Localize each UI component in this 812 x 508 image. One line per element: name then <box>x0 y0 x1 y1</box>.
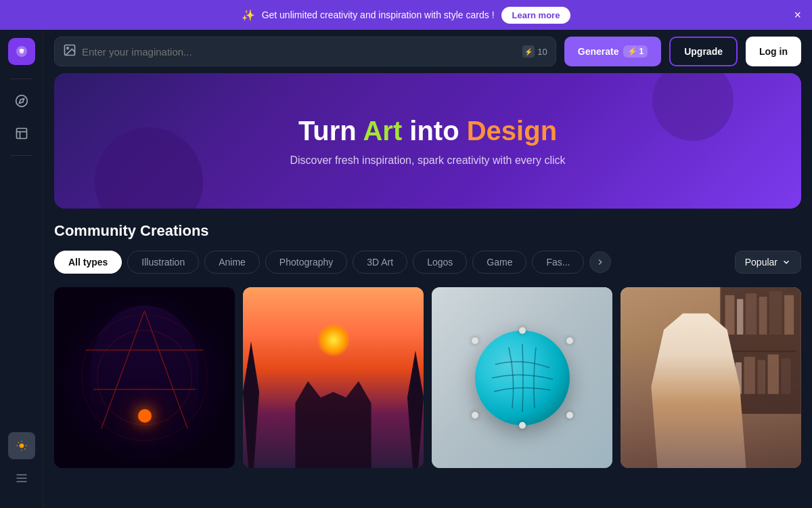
learn-more-button[interactable]: Learn more <box>501 7 571 24</box>
chevron-down-icon <box>782 257 791 267</box>
chevron-right-icon <box>595 257 605 267</box>
credits-lightning: ⚡ <box>627 47 637 56</box>
brain-sphere <box>475 331 570 425</box>
filter-tab-anime[interactable]: Anime <box>204 251 260 274</box>
image-upload-icon[interactable] <box>63 43 76 60</box>
hero-banner: Turn Art into Design Discover fresh insp… <box>54 73 801 209</box>
search-input[interactable] <box>82 46 517 58</box>
credits-icon: ⚡ <box>522 45 535 58</box>
sparkle-icon: ✨ <box>242 9 255 22</box>
sunset-sun <box>317 323 351 357</box>
filter-tab-photography[interactable]: Photography <box>265 251 347 274</box>
filter-tab-3d-art[interactable]: 3D Art <box>353 251 407 274</box>
image-card-2[interactable] <box>243 287 424 468</box>
sort-dropdown[interactable]: Popular <box>735 251 801 274</box>
orange-orb <box>138 409 152 423</box>
svg-rect-26 <box>725 295 734 335</box>
credits-badge: ⚡ 10 <box>522 45 547 58</box>
hero-subtitle: Discover fresh inspiration, spark creati… <box>290 154 565 167</box>
svg-rect-27 <box>737 299 743 335</box>
sidebar-item-library[interactable] <box>8 120 35 147</box>
sidebar-divider-1 <box>11 79 32 79</box>
image-card-4[interactable] <box>621 287 801 468</box>
pin-right-bottom <box>566 412 573 419</box>
hero-title-middle: into <box>402 116 467 146</box>
lines-svg <box>54 287 235 468</box>
svg-rect-35 <box>744 357 754 394</box>
logo-icon <box>14 43 30 60</box>
upgrade-button[interactable]: Upgrade <box>669 37 738 66</box>
pin-bottom <box>519 422 526 429</box>
svg-rect-30 <box>769 291 782 335</box>
svg-rect-36 <box>757 360 765 394</box>
glow-lines <box>54 287 235 468</box>
filter-chevron-button[interactable] <box>589 251 611 273</box>
svg-point-1 <box>20 49 24 54</box>
brain-lines-svg <box>475 331 570 425</box>
filter-row: All types Illustration Anime Photography… <box>54 251 801 274</box>
gen-credits-count: 1 <box>639 47 644 56</box>
svg-point-7 <box>19 444 24 448</box>
pin-left-bottom <box>472 412 478 419</box>
main-content: ⚡ 10 Generate ⚡ 1 Upgrade Log in Turn Ar… <box>43 30 812 508</box>
sidebar-item-compass[interactable] <box>8 87 35 114</box>
banner-text: Get unlimited creativity and inspiration… <box>262 9 495 20</box>
svg-marker-3 <box>19 98 24 103</box>
svg-rect-4 <box>16 129 26 139</box>
svg-rect-29 <box>759 297 767 335</box>
sort-label: Popular <box>745 257 777 268</box>
card-2-content <box>243 287 424 468</box>
hero-design-word: Design <box>467 116 557 146</box>
image-grid <box>54 287 801 468</box>
filter-tab-fas[interactable]: Fas... <box>532 251 584 274</box>
svg-point-18 <box>67 47 69 49</box>
svg-point-2 <box>16 96 27 107</box>
svg-rect-38 <box>781 358 790 394</box>
card-3-content <box>432 287 612 468</box>
pin-top <box>519 327 526 334</box>
svg-rect-37 <box>767 354 778 394</box>
card-4-content <box>621 287 801 468</box>
top-banner: ✨ Get unlimited creativity and inspirati… <box>0 0 812 30</box>
svg-rect-28 <box>746 293 757 335</box>
credits-count: 10 <box>537 47 547 57</box>
generate-button[interactable]: Generate ⚡ 1 <box>564 37 661 66</box>
sidebar-menu-button[interactable] <box>8 465 35 492</box>
search-bar: ⚡ 10 <box>54 37 556 66</box>
svg-rect-31 <box>784 295 794 335</box>
hero-title: Turn Art into Design <box>298 116 557 146</box>
light-icon <box>16 440 27 451</box>
sidebar-divider-2 <box>11 155 32 156</box>
login-button[interactable]: Log in <box>746 37 801 66</box>
compass-icon <box>15 94 28 108</box>
filter-tab-illustration[interactable]: Illustration <box>127 251 199 274</box>
image-icon <box>63 43 76 57</box>
image-card-1[interactable] <box>54 287 235 468</box>
image-card-3[interactable] <box>432 287 612 468</box>
community-section: Community Creations All types Illustrati… <box>43 222 812 468</box>
banner-close-button[interactable]: × <box>794 9 801 21</box>
svg-line-10 <box>18 442 18 443</box>
generate-label: Generate <box>578 46 619 57</box>
svg-rect-32 <box>725 350 796 352</box>
filter-tab-game[interactable]: Game <box>472 251 526 274</box>
filter-tab-all-types[interactable]: All types <box>54 251 122 274</box>
app-logo[interactable] <box>8 38 35 65</box>
filter-tab-logos[interactable]: Logos <box>413 251 467 274</box>
pin-left-top <box>472 337 478 344</box>
sidebar-theme-toggle[interactable] <box>8 432 35 459</box>
library-icon <box>15 127 28 140</box>
hero-title-prefix: Turn <box>298 116 363 146</box>
pin-right-top <box>566 337 573 344</box>
card-1-content <box>54 287 235 468</box>
generate-credits-badge: ⚡ 1 <box>623 45 648 58</box>
menu-icon <box>15 471 28 485</box>
svg-line-11 <box>24 448 25 449</box>
hero-art-word: Art <box>363 116 402 146</box>
search-row: ⚡ 10 Generate ⚡ 1 Upgrade Log in <box>43 30 812 73</box>
svg-line-19 <box>102 311 145 429</box>
svg-line-20 <box>145 311 188 429</box>
section-title: Community Creations <box>54 222 801 240</box>
sidebar <box>0 30 43 508</box>
